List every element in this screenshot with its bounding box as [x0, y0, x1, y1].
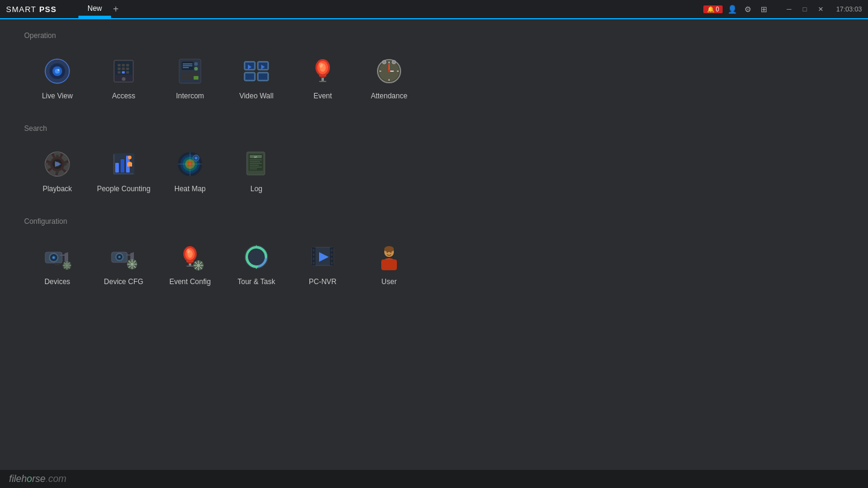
svg-point-23 — [194, 62, 198, 66]
svg-point-4 — [58, 69, 60, 71]
svg-rect-13 — [126, 68, 129, 70]
svg-point-153 — [384, 246, 394, 252]
heat-map-icon — [174, 148, 206, 180]
svg-rect-69 — [121, 159, 124, 173]
people-counting-label: People Counting — [97, 185, 151, 193]
titlebar: SMART PSS New + 🔔 0 👤 ⚙ ⊞ ─ □ ✕ 17:03:03 — [0, 0, 868, 19]
user-label: User — [381, 277, 396, 286]
search-section: Search — [24, 124, 844, 199]
svg-point-112 — [118, 256, 121, 258]
svg-rect-113 — [126, 255, 131, 256]
heat-map-label: Heat Map — [174, 185, 206, 193]
svg-rect-148 — [331, 253, 333, 256]
svg-rect-146 — [313, 262, 315, 264]
attendance-item[interactable]: Attendance — [356, 49, 422, 106]
svg-rect-143 — [313, 249, 315, 252]
intercom-item[interactable]: Intercom — [157, 49, 223, 106]
user-item-icon — [373, 241, 405, 273]
svg-rect-34 — [246, 74, 254, 80]
search-grid: Playback — [24, 142, 844, 199]
svg-rect-11 — [118, 68, 121, 70]
configuration-label: Configuration — [24, 217, 844, 226]
attendance-icon — [373, 55, 405, 87]
maximize-button[interactable]: □ — [799, 3, 811, 15]
tab-new[interactable]: New — [78, 0, 111, 18]
svg-rect-128 — [186, 266, 194, 267]
svg-point-156 — [387, 252, 388, 253]
svg-rect-14 — [118, 71, 121, 74]
svg-rect-68 — [115, 163, 119, 173]
device-cfg-label: Device CFG — [104, 277, 143, 286]
live-view-label: Live View — [42, 92, 72, 100]
titlebar-right: 🔔 0 👤 ⚙ ⊞ ─ □ ✕ 17:03:03 — [703, 3, 862, 15]
app-title: SMART PSS — [6, 5, 57, 14]
event-label: Event — [314, 92, 332, 100]
app-name-pss: PSS — [36, 5, 57, 14]
event-config-icon — [174, 241, 206, 273]
svg-rect-127 — [189, 264, 191, 266]
event-item[interactable]: Event — [290, 49, 356, 106]
video-wall-icon — [241, 55, 272, 87]
playback-icon — [42, 148, 73, 180]
svg-point-46 — [319, 63, 323, 68]
svg-rect-26 — [182, 76, 186, 80]
svg-rect-27 — [188, 76, 192, 80]
live-view-item[interactable]: Live View — [24, 49, 90, 106]
svg-rect-15 — [122, 71, 125, 74]
user-item[interactable]: User — [356, 235, 422, 292]
log-item[interactable]: 07 Log — [223, 142, 290, 199]
svg-rect-125 — [186, 261, 194, 262]
svg-rect-149 — [331, 258, 333, 260]
devices-label: Devices — [45, 277, 71, 286]
svg-rect-145 — [313, 258, 315, 260]
minimize-button[interactable]: ─ — [783, 3, 795, 15]
svg-point-71 — [128, 156, 131, 159]
tab-plus-button[interactable]: + — [111, 4, 121, 14]
svg-point-64 — [48, 163, 51, 166]
watermark-text: filehorse.com — [9, 474, 66, 484]
svg-point-56 — [382, 60, 386, 64]
svg-rect-126 — [188, 262, 192, 264]
svg-point-98 — [53, 257, 55, 259]
pc-nvr-label: PC-NVR — [309, 277, 337, 286]
attendance-label: Attendance — [371, 92, 408, 100]
svg-rect-101 — [55, 263, 60, 265]
svg-rect-150 — [331, 262, 333, 264]
access-item[interactable]: Access — [90, 49, 157, 106]
tab-area: New + — [78, 0, 121, 18]
video-wall-item[interactable]: Video Wall — [223, 49, 290, 106]
svg-rect-28 — [194, 76, 198, 80]
svg-rect-10 — [126, 64, 129, 66]
event-config-item[interactable]: Event Config — [157, 235, 223, 292]
svg-point-55 — [388, 70, 390, 72]
heat-map-item[interactable]: Heat Map — [157, 142, 223, 199]
svg-point-62 — [56, 155, 59, 158]
alarm-badge[interactable]: 🔔 0 — [703, 5, 723, 13]
devices-icon — [42, 241, 73, 273]
device-cfg-item[interactable]: Device CFG — [90, 235, 157, 292]
svg-point-83 — [195, 157, 197, 159]
grid-icon[interactable]: ⊞ — [758, 3, 770, 15]
pc-nvr-item[interactable]: PC-NVR — [290, 235, 356, 292]
svg-rect-45 — [319, 81, 326, 82]
clock: 17:03:03 — [836, 5, 862, 13]
svg-rect-16 — [126, 71, 129, 74]
app-name-smart: SMART — [6, 5, 36, 14]
playback-item[interactable]: Playback — [24, 142, 90, 199]
live-view-icon — [42, 55, 73, 87]
svg-point-129 — [187, 249, 190, 253]
devices-item[interactable]: Devices — [24, 235, 90, 292]
alarm-count: 0 — [716, 6, 720, 13]
user-icon[interactable]: 👤 — [726, 3, 738, 15]
close-button[interactable]: ✕ — [814, 3, 826, 15]
device-cfg-icon — [108, 241, 139, 273]
svg-point-157 — [390, 252, 391, 253]
settings-icon[interactable]: ⚙ — [742, 3, 754, 15]
people-counting-icon — [108, 148, 139, 180]
people-counting-item[interactable]: People Counting — [90, 142, 157, 199]
tour-task-icon — [241, 241, 272, 273]
svg-rect-155 — [381, 259, 397, 270]
svg-text:07: 07 — [255, 156, 258, 159]
intercom-label: Intercom — [176, 92, 204, 100]
tour-task-item[interactable]: Tour & Task — [223, 235, 290, 292]
